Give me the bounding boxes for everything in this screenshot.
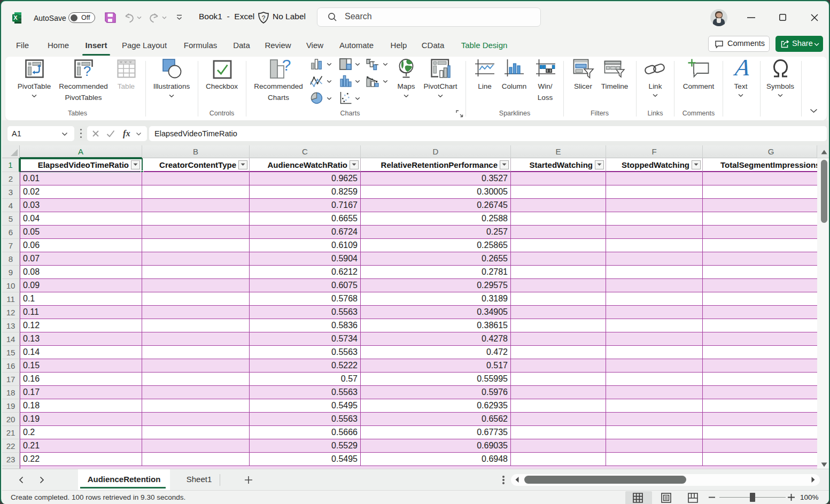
svg-text:?: ? [262, 14, 266, 22]
svg-text:X: X [13, 14, 18, 21]
svg-text:A: A [732, 58, 752, 79]
svg-text:?: ? [83, 63, 91, 78]
svg-text:?: ? [282, 59, 291, 74]
